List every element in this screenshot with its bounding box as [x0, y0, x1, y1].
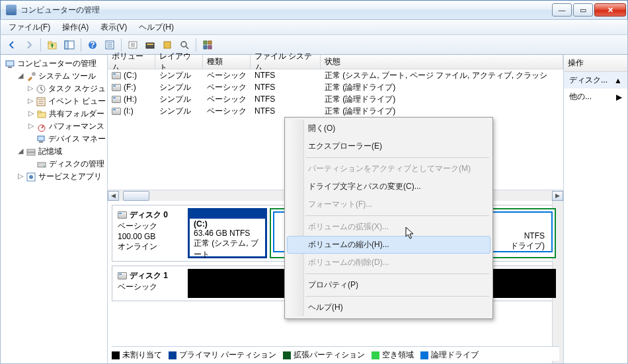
svg-rect-3 [65, 41, 68, 49]
svg-rect-12 [147, 44, 153, 45]
chevron-up-icon: ▲ [614, 76, 622, 85]
svg-rect-29 [39, 141, 43, 143]
tools-icon [26, 71, 36, 82]
col-filesystem[interactable]: ファイル システム [251, 55, 321, 69]
minimize-button[interactable]: — [552, 3, 572, 17]
disk-icon [36, 159, 47, 170]
event-icon [36, 96, 46, 107]
scroll-right-icon[interactable]: ▶ [552, 191, 563, 201]
menu-action[interactable]: 操作(A) [57, 20, 94, 35]
svg-point-22 [32, 72, 36, 76]
col-type[interactable]: 種類 [203, 55, 251, 69]
volume-row[interactable]: (C:) シンプル ベーシック NTFS 正常 (システム, ブート, ページ … [108, 69, 563, 81]
col-status[interactable]: 状態 [321, 55, 563, 69]
ctx-delete: ボリュームの削除(D)... [287, 254, 491, 272]
tree-storage[interactable]: ◢ 記憶域 [1, 145, 107, 158]
services-icon [26, 172, 36, 182]
col-layout[interactable]: レイアウト [155, 55, 203, 69]
forward-button[interactable] [22, 38, 36, 52]
collapse-icon[interactable]: ◢ [17, 148, 24, 155]
partition-c[interactable]: (C:) 63.46 GB NTFS 正常 (システム, ブート [188, 208, 267, 258]
collapse-icon[interactable]: ◢ [17, 73, 24, 80]
ctx-shrink[interactable]: ボリュームの縮小(H)... [287, 236, 491, 254]
volume-list[interactable]: (C:) シンプル ベーシック NTFS 正常 (システム, ブート, ページ … [108, 69, 563, 117]
toolbar-btn-10[interactable] [177, 38, 192, 52]
title-bar: コンピューターの管理 — ▭ ✕ [0, 0, 628, 19]
svg-rect-26 [38, 111, 41, 113]
col-volume[interactable]: ボリューム [108, 55, 155, 69]
svg-point-33 [44, 166, 45, 167]
context-menu: 開く(O) エクスプローラー(E) パーティションをアクティブとしてマーク(M)… [284, 117, 493, 319]
svg-rect-20 [6, 61, 14, 66]
navigation-tree[interactable]: コンピューターの管理 ◢ システム ツール ▷ タスク スケジュ ▷ イベント … [1, 55, 108, 363]
up-button[interactable] [45, 38, 59, 52]
toolbar-btn-11[interactable] [200, 38, 215, 52]
menu-view[interactable]: 表示(V) [95, 20, 132, 35]
menu-help[interactable]: ヘルプ(H) [134, 20, 179, 35]
tree-shared-folders[interactable]: ▷ 共有フォルダー [1, 108, 107, 120]
close-button[interactable]: ✕ [594, 3, 626, 17]
clock-icon [36, 84, 46, 94]
drive-icon [112, 108, 121, 115]
svg-line-15 [186, 46, 188, 49]
cursor-icon [405, 227, 416, 240]
ctx-open[interactable]: 開く(O) [287, 120, 491, 137]
ctx-mark-active: パーティションをアクティブとしてマーク(M) [287, 160, 491, 178]
ctx-format: フォーマット(F)... [287, 196, 491, 213]
svg-rect-28 [38, 136, 44, 141]
svg-rect-30 [27, 149, 35, 152]
disk-icon [118, 211, 127, 219]
expand-icon[interactable]: ▷ [27, 110, 34, 118]
svg-text:?: ? [90, 40, 95, 50]
refresh-button[interactable] [126, 38, 140, 52]
ctx-change-letter[interactable]: ドライブ文字とパスの変更(C)... [287, 178, 491, 196]
ctx-help[interactable]: ヘルプ(H) [287, 299, 491, 316]
expand-icon[interactable]: ▷ [27, 85, 34, 92]
performance-icon [36, 122, 47, 132]
chevron-right-icon: ▶ [616, 92, 622, 102]
tree-services[interactable]: ▷ サービスとアプリ [1, 170, 107, 183]
menu-bar: ファイル(F) 操作(A) 表示(V) ヘルプ(H) [0, 19, 628, 35]
svg-rect-19 [208, 46, 212, 49]
tree-label: コンピューターの管理 [17, 58, 97, 69]
device-icon [36, 134, 46, 145]
drive-icon [112, 96, 121, 103]
rescan-button[interactable] [143, 38, 157, 52]
tree-disk-management[interactable]: ディスクの管理 [1, 158, 107, 170]
ctx-extend: ボリュームの拡張(X)... [287, 218, 491, 236]
drive-icon [112, 84, 121, 91]
scroll-left-icon[interactable]: ◀ [108, 191, 119, 201]
expand-icon[interactable]: ▷ [27, 123, 34, 130]
tree-event-viewer[interactable]: ▷ イベント ビュー [1, 95, 107, 108]
volume-row[interactable]: (I:) シンプル ベーシック NTFS 正常 (論理ドライブ) [108, 105, 563, 117]
expand-icon[interactable]: ▷ [17, 173, 24, 180]
toolbar-btn-9[interactable] [160, 38, 175, 52]
legend: 未割り当て プライマリ パーティション 拡張パーティション 空き領域 論理ドライ… [112, 346, 559, 361]
svg-rect-31 [27, 153, 35, 155]
tree-root[interactable]: コンピューターの管理 [1, 57, 107, 70]
storage-icon [26, 147, 36, 157]
tree-performance[interactable]: ▷ パフォーマンス [1, 120, 107, 133]
tree-task-scheduler[interactable]: ▷ タスク スケジュ [1, 83, 107, 95]
svg-rect-21 [8, 67, 12, 68]
help-button[interactable]: ? [85, 38, 100, 52]
back-button[interactable] [5, 38, 19, 52]
maximize-button[interactable]: ▭ [573, 3, 593, 17]
tree-system-tools[interactable]: ◢ システム ツール [1, 70, 107, 83]
volume-row[interactable]: (F:) シンプル ベーシック NTFS 正常 (論理ドライブ) [108, 81, 563, 93]
action-other[interactable]: 他の... ▶ [564, 89, 627, 105]
menu-file[interactable]: ファイル(F) [3, 20, 56, 35]
properties-button[interactable] [102, 38, 117, 52]
computer-icon [5, 59, 15, 69]
action-disk[interactable]: ディスク... ▲ [564, 72, 627, 89]
volume-row[interactable]: (H:) シンプル ベーシック NTFS 正常 (論理ドライブ) [108, 93, 563, 105]
drive-icon [112, 72, 121, 79]
scroll-thumb[interactable] [123, 191, 149, 201]
disk-info: ディスク 0 ベーシック 100.00 GB オンライン [112, 205, 185, 261]
ctx-properties[interactable]: プロパティ(P) [287, 276, 491, 294]
tree-device-manager[interactable]: デバイス マネー [1, 133, 107, 145]
folder-shared-icon [36, 109, 47, 120]
show-hide-tree-button[interactable] [62, 38, 77, 52]
ctx-explorer[interactable]: エクスプローラー(E) [287, 137, 491, 155]
expand-icon[interactable]: ▷ [27, 98, 34, 105]
